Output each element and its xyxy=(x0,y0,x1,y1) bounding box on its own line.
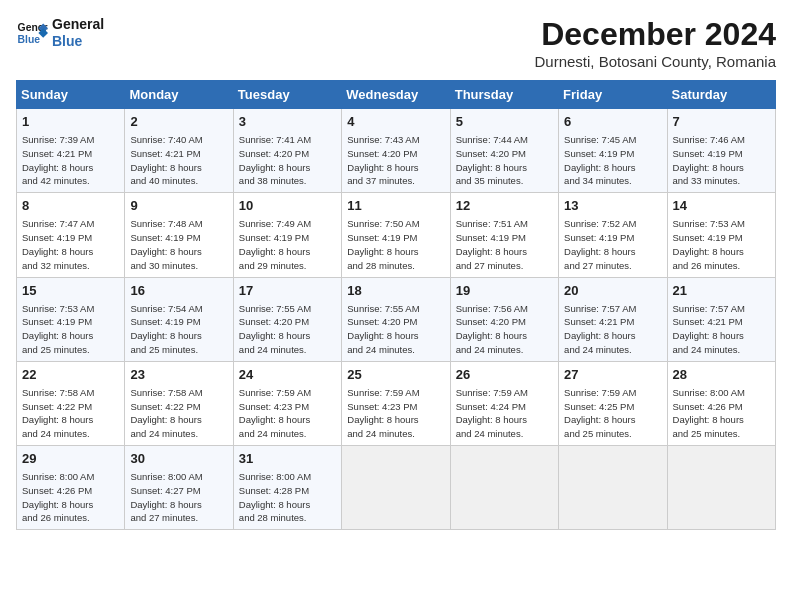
calendar-cell: 14Sunrise: 7:53 AMSunset: 4:19 PMDayligh… xyxy=(667,193,775,277)
day-number: 30 xyxy=(130,450,227,468)
day-info: Sunrise: 7:39 AMSunset: 4:21 PMDaylight:… xyxy=(22,133,119,188)
calendar-cell xyxy=(559,446,667,530)
day-info: Sunrise: 7:58 AMSunset: 4:22 PMDaylight:… xyxy=(130,386,227,441)
calendar-cell: 28Sunrise: 8:00 AMSunset: 4:26 PMDayligh… xyxy=(667,361,775,445)
calendar-cell: 2Sunrise: 7:40 AMSunset: 4:21 PMDaylight… xyxy=(125,109,233,193)
calendar-cell: 12Sunrise: 7:51 AMSunset: 4:19 PMDayligh… xyxy=(450,193,558,277)
day-number: 3 xyxy=(239,113,336,131)
day-number: 4 xyxy=(347,113,444,131)
header-day-tuesday: Tuesday xyxy=(233,81,341,109)
day-number: 16 xyxy=(130,282,227,300)
day-info: Sunrise: 7:56 AMSunset: 4:20 PMDaylight:… xyxy=(456,302,553,357)
calendar-cell: 30Sunrise: 8:00 AMSunset: 4:27 PMDayligh… xyxy=(125,446,233,530)
week-row-2: 8Sunrise: 7:47 AMSunset: 4:19 PMDaylight… xyxy=(17,193,776,277)
calendar-cell: 7Sunrise: 7:46 AMSunset: 4:19 PMDaylight… xyxy=(667,109,775,193)
day-info: Sunrise: 7:45 AMSunset: 4:19 PMDaylight:… xyxy=(564,133,661,188)
day-number: 29 xyxy=(22,450,119,468)
header-day-thursday: Thursday xyxy=(450,81,558,109)
calendar-cell: 31Sunrise: 8:00 AMSunset: 4:28 PMDayligh… xyxy=(233,446,341,530)
day-number: 21 xyxy=(673,282,770,300)
day-number: 27 xyxy=(564,366,661,384)
calendar-cell: 29Sunrise: 8:00 AMSunset: 4:26 PMDayligh… xyxy=(17,446,125,530)
logo-icon: General Blue xyxy=(16,17,48,49)
day-number: 8 xyxy=(22,197,119,215)
calendar-cell: 17Sunrise: 7:55 AMSunset: 4:20 PMDayligh… xyxy=(233,277,341,361)
day-info: Sunrise: 7:40 AMSunset: 4:21 PMDaylight:… xyxy=(130,133,227,188)
calendar-cell: 26Sunrise: 7:59 AMSunset: 4:24 PMDayligh… xyxy=(450,361,558,445)
day-info: Sunrise: 7:48 AMSunset: 4:19 PMDaylight:… xyxy=(130,217,227,272)
day-info: Sunrise: 8:00 AMSunset: 4:26 PMDaylight:… xyxy=(22,470,119,525)
header-day-wednesday: Wednesday xyxy=(342,81,450,109)
day-info: Sunrise: 7:52 AMSunset: 4:19 PMDaylight:… xyxy=(564,217,661,272)
month-title: December 2024 xyxy=(534,16,776,53)
day-info: Sunrise: 7:59 AMSunset: 4:23 PMDaylight:… xyxy=(239,386,336,441)
header-day-saturday: Saturday xyxy=(667,81,775,109)
day-info: Sunrise: 7:43 AMSunset: 4:20 PMDaylight:… xyxy=(347,133,444,188)
day-info: Sunrise: 7:47 AMSunset: 4:19 PMDaylight:… xyxy=(22,217,119,272)
day-info: Sunrise: 7:49 AMSunset: 4:19 PMDaylight:… xyxy=(239,217,336,272)
day-number: 22 xyxy=(22,366,119,384)
day-number: 15 xyxy=(22,282,119,300)
header-day-friday: Friday xyxy=(559,81,667,109)
svg-text:Blue: Blue xyxy=(18,33,41,44)
calendar-cell: 19Sunrise: 7:56 AMSunset: 4:20 PMDayligh… xyxy=(450,277,558,361)
day-info: Sunrise: 7:54 AMSunset: 4:19 PMDaylight:… xyxy=(130,302,227,357)
calendar-cell: 10Sunrise: 7:49 AMSunset: 4:19 PMDayligh… xyxy=(233,193,341,277)
day-number: 14 xyxy=(673,197,770,215)
day-number: 18 xyxy=(347,282,444,300)
day-info: Sunrise: 7:55 AMSunset: 4:20 PMDaylight:… xyxy=(347,302,444,357)
calendar-cell xyxy=(667,446,775,530)
logo: General Blue General Blue xyxy=(16,16,104,50)
day-number: 20 xyxy=(564,282,661,300)
day-info: Sunrise: 7:51 AMSunset: 4:19 PMDaylight:… xyxy=(456,217,553,272)
week-row-4: 22Sunrise: 7:58 AMSunset: 4:22 PMDayligh… xyxy=(17,361,776,445)
week-row-5: 29Sunrise: 8:00 AMSunset: 4:26 PMDayligh… xyxy=(17,446,776,530)
day-number: 5 xyxy=(456,113,553,131)
calendar-cell: 20Sunrise: 7:57 AMSunset: 4:21 PMDayligh… xyxy=(559,277,667,361)
calendar-cell: 9Sunrise: 7:48 AMSunset: 4:19 PMDaylight… xyxy=(125,193,233,277)
day-number: 13 xyxy=(564,197,661,215)
calendar-cell xyxy=(342,446,450,530)
header-day-sunday: Sunday xyxy=(17,81,125,109)
calendar-cell: 5Sunrise: 7:44 AMSunset: 4:20 PMDaylight… xyxy=(450,109,558,193)
day-number: 25 xyxy=(347,366,444,384)
day-number: 17 xyxy=(239,282,336,300)
calendar-cell: 15Sunrise: 7:53 AMSunset: 4:19 PMDayligh… xyxy=(17,277,125,361)
title-area: December 2024 Durnesti, Botosani County,… xyxy=(534,16,776,70)
day-info: Sunrise: 7:57 AMSunset: 4:21 PMDaylight:… xyxy=(673,302,770,357)
day-number: 28 xyxy=(673,366,770,384)
calendar-cell: 1Sunrise: 7:39 AMSunset: 4:21 PMDaylight… xyxy=(17,109,125,193)
calendar-cell: 13Sunrise: 7:52 AMSunset: 4:19 PMDayligh… xyxy=(559,193,667,277)
calendar-cell: 27Sunrise: 7:59 AMSunset: 4:25 PMDayligh… xyxy=(559,361,667,445)
day-number: 1 xyxy=(22,113,119,131)
day-number: 9 xyxy=(130,197,227,215)
calendar-cell xyxy=(450,446,558,530)
day-info: Sunrise: 7:53 AMSunset: 4:19 PMDaylight:… xyxy=(673,217,770,272)
calendar-cell: 21Sunrise: 7:57 AMSunset: 4:21 PMDayligh… xyxy=(667,277,775,361)
day-info: Sunrise: 7:59 AMSunset: 4:25 PMDaylight:… xyxy=(564,386,661,441)
day-number: 19 xyxy=(456,282,553,300)
header-row: SundayMondayTuesdayWednesdayThursdayFrid… xyxy=(17,81,776,109)
location-title: Durnesti, Botosani County, Romania xyxy=(534,53,776,70)
week-row-3: 15Sunrise: 7:53 AMSunset: 4:19 PMDayligh… xyxy=(17,277,776,361)
day-info: Sunrise: 8:00 AMSunset: 4:26 PMDaylight:… xyxy=(673,386,770,441)
day-number: 23 xyxy=(130,366,227,384)
week-row-1: 1Sunrise: 7:39 AMSunset: 4:21 PMDaylight… xyxy=(17,109,776,193)
day-number: 7 xyxy=(673,113,770,131)
calendar-cell: 16Sunrise: 7:54 AMSunset: 4:19 PMDayligh… xyxy=(125,277,233,361)
calendar-cell: 23Sunrise: 7:58 AMSunset: 4:22 PMDayligh… xyxy=(125,361,233,445)
day-info: Sunrise: 7:59 AMSunset: 4:23 PMDaylight:… xyxy=(347,386,444,441)
day-number: 12 xyxy=(456,197,553,215)
day-info: Sunrise: 8:00 AMSunset: 4:27 PMDaylight:… xyxy=(130,470,227,525)
header-day-monday: Monday xyxy=(125,81,233,109)
day-number: 10 xyxy=(239,197,336,215)
day-number: 26 xyxy=(456,366,553,384)
calendar-cell: 3Sunrise: 7:41 AMSunset: 4:20 PMDaylight… xyxy=(233,109,341,193)
calendar-cell: 11Sunrise: 7:50 AMSunset: 4:19 PMDayligh… xyxy=(342,193,450,277)
calendar-cell: 4Sunrise: 7:43 AMSunset: 4:20 PMDaylight… xyxy=(342,109,450,193)
calendar-cell: 24Sunrise: 7:59 AMSunset: 4:23 PMDayligh… xyxy=(233,361,341,445)
calendar-cell: 22Sunrise: 7:58 AMSunset: 4:22 PMDayligh… xyxy=(17,361,125,445)
day-number: 31 xyxy=(239,450,336,468)
day-number: 24 xyxy=(239,366,336,384)
day-info: Sunrise: 7:41 AMSunset: 4:20 PMDaylight:… xyxy=(239,133,336,188)
